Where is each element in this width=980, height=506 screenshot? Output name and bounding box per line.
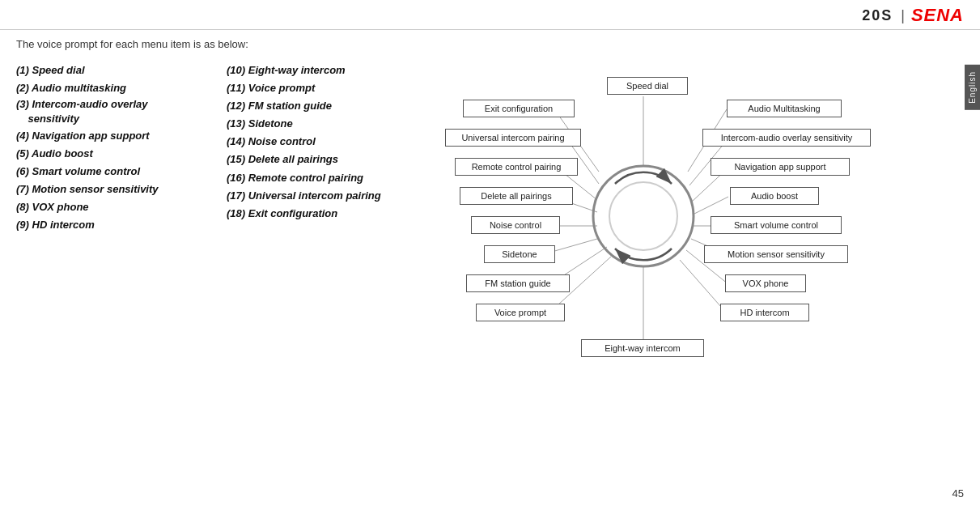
intercom-audio-overlay-box: Intercom-audio overlay sensitivity bbox=[702, 129, 871, 147]
audio-multitasking-box: Audio Multitasking bbox=[727, 100, 842, 117]
brand-logo: SENA bbox=[911, 5, 964, 26]
left-panel: The voice prompt for each menu item is a… bbox=[16, 38, 437, 492]
model-name: 20S bbox=[862, 7, 893, 24]
list-item: (16) Remote control pairing bbox=[227, 169, 429, 187]
menu-list: (1) Speed dial (2) Audio multitasking (3… bbox=[16, 62, 429, 234]
fm-station-box: FM station guide bbox=[466, 274, 570, 292]
list-item: (7) Motion sensor sensitivity bbox=[16, 181, 218, 198]
hd-intercom-box: HD intercom bbox=[720, 304, 809, 321]
list-item: (9) HD intercom bbox=[16, 216, 218, 234]
page-number: 45 bbox=[952, 487, 964, 500]
list-item: (17) Universal intercom pairing bbox=[227, 187, 429, 205]
motion-sensor-box: Motion sensor sensitivity bbox=[704, 245, 848, 263]
list-item: (15) Delete all pairings bbox=[227, 151, 429, 168]
list-item: (10) Eight-way intercom bbox=[227, 62, 429, 79]
sidetone-box: Sidetone bbox=[484, 245, 555, 263]
intro-text: The voice prompt for each menu item is a… bbox=[16, 38, 429, 50]
main-content: The voice prompt for each menu item is a… bbox=[0, 30, 980, 500]
menu-col2: (10) Eight-way intercom (11) Voice promp… bbox=[227, 62, 429, 234]
list-item: (3) Intercom-audio overlay sensitivity bbox=[16, 97, 218, 126]
remote-control-box: Remote control pairing bbox=[455, 158, 578, 176]
eight-way-box: Eight-way intercom bbox=[581, 339, 704, 357]
noise-control-box: Noise control bbox=[471, 216, 560, 234]
vox-phone-box: VOX phone bbox=[725, 274, 806, 292]
list-item: (12) FM station guide bbox=[227, 97, 429, 115]
exit-config-box: Exit configuration bbox=[463, 100, 575, 117]
voice-prompt-box: Voice prompt bbox=[476, 304, 565, 321]
speed-dial-box: Speed dial bbox=[607, 77, 688, 95]
navigation-app-box: Navigation app support bbox=[711, 158, 850, 176]
list-item: (4) Navigation app support bbox=[16, 127, 218, 145]
audio-boost-box: Audio boost bbox=[730, 187, 819, 205]
separator: | bbox=[901, 7, 905, 24]
list-item: (5) Audio boost bbox=[16, 145, 218, 163]
list-item: (8) VOX phone bbox=[16, 198, 218, 216]
language-tab: English bbox=[965, 65, 980, 110]
menu-diagram: Speed dial Exit configuration Universal … bbox=[437, 38, 964, 492]
delete-all-box: Delete all pairings bbox=[460, 187, 573, 205]
list-item: (11) Voice prompt bbox=[227, 79, 429, 97]
svg-point-1 bbox=[609, 182, 677, 250]
list-item: (1) Speed dial bbox=[16, 62, 218, 79]
right-panel: Speed dial Exit configuration Universal … bbox=[437, 38, 964, 492]
menu-col1: (1) Speed dial (2) Audio multitasking (3… bbox=[16, 62, 218, 234]
list-item: (14) Noise control bbox=[227, 133, 429, 151]
list-item: (2) Audio multitasking bbox=[16, 79, 218, 97]
universal-intercom-box: Universal intercom pairing bbox=[445, 129, 581, 147]
list-item: (6) Smart volume control bbox=[16, 163, 218, 181]
smart-volume-box: Smart volume control bbox=[711, 216, 842, 234]
svg-line-15 bbox=[693, 197, 728, 215]
list-item: (13) Sidetone bbox=[227, 115, 429, 133]
list-item: (18) Exit configuration bbox=[227, 205, 429, 223]
page-header: 20S | SENA bbox=[0, 0, 980, 30]
